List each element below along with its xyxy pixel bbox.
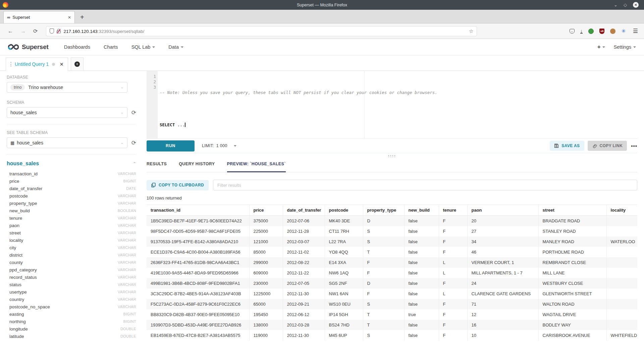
superset-brand[interactable]: Superset bbox=[8, 43, 49, 51]
nav-item-sql-lab[interactable]: SQL Lab bbox=[131, 44, 155, 50]
downloads-icon[interactable]: ↓ bbox=[580, 29, 583, 34]
schema-column-row: eastingBIGINT bbox=[7, 310, 136, 318]
table-cell: T bbox=[363, 320, 404, 330]
containers-icon[interactable]: ✳ bbox=[621, 28, 626, 34]
plus-circle-icon: + bbox=[74, 61, 80, 67]
table-cell: 225000 bbox=[249, 226, 283, 236]
collapse-chevron-up-icon[interactable]: ⌃ bbox=[133, 162, 136, 165]
bookmark-star-icon[interactable]: ☆ bbox=[469, 28, 473, 34]
column-type: VARCHAR bbox=[118, 253, 136, 257]
refresh-table-icon[interactable]: ⟳ bbox=[131, 139, 136, 146]
results-column-header[interactable]: date_of_transfer bbox=[283, 205, 325, 216]
schema-column-row: statusVARCHAR bbox=[7, 281, 136, 288]
more-actions-button[interactable]: ••• bbox=[631, 143, 637, 149]
extension-green-icon[interactable] bbox=[588, 29, 594, 34]
hamburger-menu-icon[interactable]: ☰ bbox=[633, 28, 638, 35]
column-type: VARCHAR bbox=[118, 282, 136, 287]
insecure-lock-icon[interactable] bbox=[57, 29, 61, 33]
tab-close-icon[interactable]: ✕ bbox=[68, 15, 71, 20]
table-cell: 609000 bbox=[249, 268, 283, 278]
back-icon[interactable]: ← bbox=[8, 28, 13, 34]
table-cell bbox=[606, 309, 637, 320]
save-as-button[interactable]: SAVE AS bbox=[550, 141, 584, 151]
sql-code-editor[interactable]: 1 2 3 -- Note: Unless you save your quer… bbox=[147, 71, 637, 138]
results-column-header[interactable]: transaction_id bbox=[147, 205, 249, 216]
refresh-schema-icon[interactable]: ⟳ bbox=[131, 109, 136, 116]
pane-resize-handle[interactable] bbox=[147, 153, 637, 159]
table-cell: 2012-11-22 bbox=[283, 268, 325, 278]
schema-column-row: priceBIGINT bbox=[7, 177, 136, 185]
chevron-down-icon bbox=[602, 46, 605, 48]
window-close-icon[interactable]: ✕ bbox=[633, 2, 639, 8]
cookie-extension-icon[interactable] bbox=[610, 29, 615, 34]
results-column-header[interactable]: price bbox=[249, 205, 283, 216]
window-title: Superset — Mozilla Firefox bbox=[0, 3, 644, 7]
schema-column-row: transaction_idVARCHAR bbox=[7, 170, 136, 177]
table-cell: REMBRANDT CLOSE bbox=[538, 257, 606, 268]
tracking-shield-icon[interactable] bbox=[50, 29, 54, 34]
query-tab-active[interactable]: Untitled Query 1 ✕ bbox=[6, 57, 68, 71]
pocket-icon[interactable]: ⌄ bbox=[570, 29, 575, 34]
chevron-down-icon: ⌄ bbox=[120, 111, 124, 114]
forward-icon[interactable]: → bbox=[20, 28, 26, 34]
query-tab-close-icon[interactable]: ✕ bbox=[60, 62, 63, 67]
column-name: street bbox=[9, 230, 21, 235]
copy-link-button[interactable]: COPY LINK bbox=[588, 141, 627, 151]
table-cell: S bbox=[363, 330, 404, 341]
reload-icon[interactable]: ⟳ bbox=[33, 28, 38, 34]
ublock-icon[interactable]: uB bbox=[599, 29, 604, 34]
table-cell: CARISBROOK AVENUE bbox=[538, 330, 606, 341]
table-cell bbox=[606, 257, 637, 268]
run-button[interactable]: RUN bbox=[147, 140, 195, 151]
tab-results[interactable]: RESULTS bbox=[147, 159, 167, 172]
chevron-down-icon bbox=[152, 46, 155, 48]
chevron-down-icon bbox=[633, 46, 636, 48]
results-column-header[interactable]: tenure bbox=[439, 205, 467, 216]
window-maximize-icon[interactable]: ◇ bbox=[624, 3, 627, 7]
table-row: 193907D3-5DBD-453D-A49E-9FEE27DAB9261380… bbox=[147, 320, 637, 330]
copy-to-clipboard-button[interactable]: COPY TO CLIPBOARD bbox=[147, 180, 209, 190]
table-cell: F5C273AC-0D2A-458F-8279-9C61F0C22EC6 bbox=[147, 299, 249, 309]
url-host: 217.160.120.143 bbox=[63, 29, 97, 34]
chevron-down-icon bbox=[181, 46, 183, 48]
table-name-heading[interactable]: house_sales bbox=[7, 161, 39, 167]
table-cell: WESTBURY CLOSE bbox=[538, 278, 606, 289]
window-minimize-icon[interactable]: ⌄ bbox=[614, 3, 618, 7]
nav-item-dashboards[interactable]: Dashboards bbox=[64, 44, 90, 50]
table-cell: S bbox=[363, 236, 404, 247]
table-cell: 2012-09-21 bbox=[283, 299, 325, 309]
table-cell: VERMEER COURT, 1 bbox=[467, 257, 538, 268]
results-table-container[interactable]: transaction_idpricedate_of_transferpostc… bbox=[147, 205, 637, 350]
url-bar[interactable]: 217.160.120.143:32393/superset/sqllab/ ☆ bbox=[46, 26, 477, 36]
results-column-header[interactable]: street bbox=[538, 205, 606, 216]
results-column-header[interactable]: paon bbox=[467, 205, 538, 216]
results-column-header[interactable]: locality bbox=[606, 205, 637, 216]
new-tab-button[interactable]: + bbox=[80, 13, 84, 23]
column-name: county bbox=[9, 260, 23, 265]
new-item-button[interactable]: + bbox=[597, 44, 605, 50]
schema-select[interactable]: house_sales ⌄ bbox=[7, 107, 127, 118]
browser-tab[interactable]: ∞ Superset ✕ bbox=[3, 11, 75, 23]
table-cell: 2012-11-02 bbox=[283, 247, 325, 257]
table-cell: BRADGATE ROAD bbox=[538, 216, 606, 226]
tab-preview-house-sales[interactable]: PREVIEW: `HOUSE_SALES` bbox=[227, 159, 286, 172]
table-cell: E14 3XA bbox=[325, 257, 363, 268]
drag-handle-icon[interactable] bbox=[10, 62, 11, 67]
results-column-header[interactable]: new_build bbox=[404, 205, 439, 216]
results-column-header[interactable]: postcode bbox=[325, 205, 363, 216]
nav-item-charts[interactable]: Charts bbox=[104, 44, 118, 50]
limit-dropdown[interactable]: LIMIT: 1 000 bbox=[202, 143, 236, 148]
table-cell: false bbox=[404, 236, 439, 247]
settings-menu[interactable]: Settings bbox=[614, 44, 636, 50]
table-schema-label: SEE TABLE SCHEMA bbox=[7, 130, 136, 135]
database-select[interactable]: trino Trino warehouse ⌄ bbox=[7, 82, 127, 93]
filter-results-input[interactable] bbox=[213, 180, 637, 190]
column-type: BIGINT bbox=[123, 179, 136, 183]
table-select[interactable]: ▦ house_sales ⌄ bbox=[7, 137, 127, 148]
tab-query-history[interactable]: QUERY HISTORY bbox=[179, 159, 215, 172]
table-cell: F bbox=[439, 309, 467, 320]
results-column-header[interactable]: property_type bbox=[363, 205, 404, 216]
table-cell: WS10 0EU bbox=[325, 299, 363, 309]
new-query-tab-button[interactable]: + bbox=[71, 57, 84, 71]
nav-item-data[interactable]: Data bbox=[168, 44, 183, 50]
